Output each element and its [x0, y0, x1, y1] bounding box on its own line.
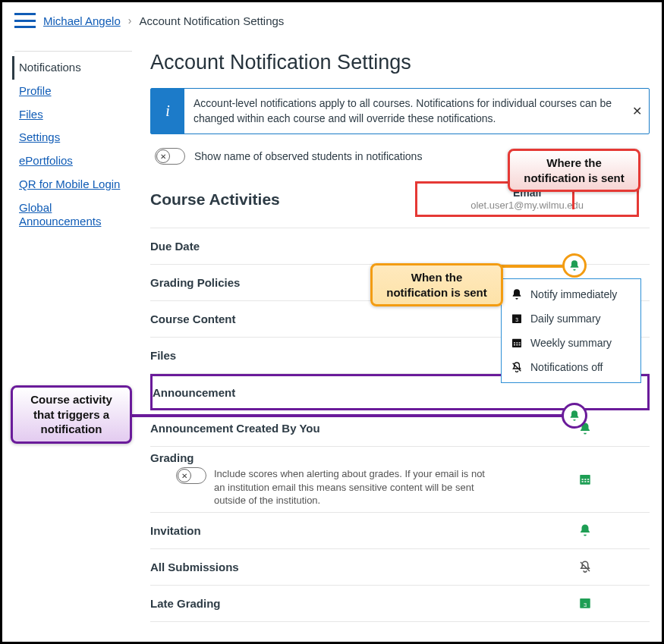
activity-row: Late Grading3	[150, 586, 650, 622]
sidenav-item-files[interactable]: Files	[14, 103, 132, 127]
bell-icon	[511, 288, 523, 300]
sidenav-item-profile[interactable]: Profile	[14, 80, 132, 103]
activity-row: All Submissions	[150, 549, 650, 586]
activity-row-label: Announcement	[153, 386, 518, 399]
breadcrumb-separator: ›	[128, 14, 132, 27]
sidenav-item-notifications[interactable]: Notifications	[12, 56, 132, 80]
svg-text:3: 3	[515, 317, 518, 322]
annotation-orange-target-ring	[562, 253, 587, 278]
annotation-when-sent: When the notification is sent	[370, 263, 503, 306]
svg-rect-16	[514, 344, 515, 345]
sidenav-item-eportfolios[interactable]: ePortfolios	[14, 149, 132, 173]
svg-rect-17	[516, 344, 518, 345]
calendar-day-icon: 3	[578, 596, 592, 610]
svg-rect-1	[582, 479, 584, 480]
include-scores-toggle[interactable]: ✕	[176, 467, 206, 484]
activity-row-label: Files	[150, 349, 521, 362]
popup-option-off[interactable]: Notifications off	[502, 355, 640, 379]
notification-frequency-button[interactable]: 3	[578, 596, 592, 610]
sidenav-item-settings[interactable]: Settings	[14, 126, 132, 149]
notification-frequency-button[interactable]	[578, 560, 592, 573]
svg-rect-5	[584, 481, 586, 482]
info-icon: i	[151, 89, 184, 134]
section-title-course-activities: Course Activities	[150, 190, 280, 209]
svg-rect-15	[519, 342, 521, 343]
observed-students-toggle[interactable]: ✕	[155, 148, 185, 165]
page-title: Account Notification Settings	[150, 51, 650, 74]
svg-rect-3	[587, 479, 589, 480]
svg-rect-6	[587, 481, 589, 482]
frequency-popup: Notify immediately 3 Daily summary Weekl…	[501, 278, 641, 383]
activity-row-subtext: Include scores when alerting about grade…	[214, 467, 487, 507]
popup-option-label: Daily summary	[530, 313, 601, 325]
info-banner-close-button[interactable]: ✕	[625, 89, 649, 134]
annotation-trigger: Course activity that triggers a notifica…	[11, 385, 132, 444]
breadcrumb-current: Account Notification Settings	[139, 14, 284, 27]
calendar-week-icon	[511, 337, 523, 349]
bell-icon	[568, 259, 581, 272]
hamburger-menu-icon[interactable]	[14, 13, 36, 28]
bell-off-icon	[511, 361, 523, 373]
observed-students-toggle-label: Show name of observed students in notifi…	[194, 150, 422, 162]
bell-icon	[568, 410, 581, 422]
popup-option-label: Notify immediately	[530, 288, 617, 300]
popup-option-label: Weekly summary	[530, 337, 612, 349]
notification-frequency-button[interactable]	[578, 523, 592, 537]
annotation-orange-connector	[500, 265, 567, 268]
svg-rect-14	[516, 342, 518, 343]
popup-option-immediately[interactable]: Notify immediately	[502, 282, 640, 306]
popup-option-daily[interactable]: 3 Daily summary	[502, 306, 640, 331]
breadcrumb-user-link[interactable]: Michael Angelo	[43, 14, 121, 27]
activity-row-label: Course Content	[150, 313, 521, 325]
svg-rect-4	[582, 481, 584, 482]
popup-option-weekly[interactable]: Weekly summary	[502, 331, 640, 355]
svg-rect-2	[584, 479, 586, 480]
account-sidenav: Notifications Profile Files Settings ePo…	[14, 51, 132, 622]
annotation-where-sent: Where the notification is sent	[508, 149, 640, 192]
sidenav-item-global-announcements[interactable]: Global Announcements	[14, 196, 132, 234]
popup-option-label: Notifications off	[530, 361, 603, 373]
activity-row: Invitation	[150, 513, 650, 549]
activity-row-label: Due Date	[150, 240, 521, 253]
channel-address: olet.user1@my.wilmu.edu	[470, 199, 584, 212]
svg-rect-18	[519, 344, 521, 345]
calendar-day-icon: 3	[511, 313, 523, 325]
info-banner-text: Account-level notifications apply to all…	[184, 89, 625, 134]
activity-row-label: All Submissions	[150, 561, 521, 573]
activity-row-label: Announcement Created By You	[150, 422, 521, 435]
notification-frequency-button[interactable]	[578, 473, 592, 486]
info-banner: i Account-level notifications apply to a…	[150, 88, 650, 134]
annotation-purple-target-ring	[562, 403, 587, 429]
sidenav-item-qr-mobile[interactable]: QR for Mobile Login	[14, 173, 132, 196]
annotation-purple-connector	[130, 414, 565, 417]
activity-row: Grading✕Include scores when alerting abo…	[150, 447, 650, 513]
activity-row-label: Late Grading	[150, 597, 521, 610]
activity-row-label: Invitation	[150, 524, 521, 537]
bell-icon	[578, 523, 592, 537]
activity-row-label: Grading	[150, 451, 521, 464]
calendar-week-icon	[578, 473, 592, 486]
svg-text:3: 3	[584, 602, 587, 608]
svg-rect-13	[514, 342, 515, 343]
bell-off-icon	[578, 560, 592, 573]
